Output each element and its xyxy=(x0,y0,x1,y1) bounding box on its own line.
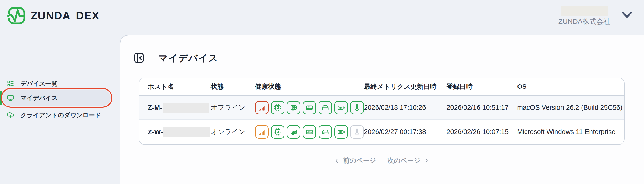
header-divider xyxy=(150,53,151,63)
zunda-dex-logo-icon xyxy=(8,7,26,25)
pagination: 前のページ 次のページ xyxy=(139,154,625,167)
host-cell: Z-M- xyxy=(148,102,211,113)
os-cell: macOS Version 26.2 (Build 25C56) xyxy=(517,104,625,111)
battery-health-icon xyxy=(334,101,348,114)
collapse-sidebar-icon[interactable] xyxy=(133,52,144,64)
brand: ZUNDA DEX xyxy=(8,7,100,25)
table-header-row: ホスト名 状態 健康状態 最終メトリクス更新日時 登録日時 OS xyxy=(139,78,624,96)
redacted-username xyxy=(560,6,608,16)
sidebar-item-client-download[interactable]: クライアントのダウンロード xyxy=(0,109,120,122)
gpu-health-icon xyxy=(287,125,300,139)
health-cell xyxy=(255,125,364,139)
sidebar-item-label: クライアントのダウンロード xyxy=(20,111,101,119)
cpu-health-icon xyxy=(271,125,284,139)
last-metrics-cell: 2026/02/27 00:17:38 xyxy=(364,128,446,136)
sidebar-item-my-devices[interactable]: マイデバイス xyxy=(0,91,120,104)
redacted-hostname xyxy=(164,127,210,137)
cloud-download-icon xyxy=(7,112,14,119)
prev-page-label: 前のページ xyxy=(343,156,376,165)
disk-health-icon xyxy=(318,101,332,114)
registered-cell: 2026/02/26 10:07:15 xyxy=(446,128,517,136)
device-list-icon xyxy=(7,80,14,87)
thermometer-health-icon xyxy=(350,101,364,114)
org-name: ZUNDA株式会社 xyxy=(558,17,610,26)
chevron-right-icon xyxy=(424,158,429,163)
col-header-status: 状態 xyxy=(211,82,255,91)
next-page-label: 次のページ xyxy=(387,156,420,165)
page-title: マイデバイス xyxy=(158,52,218,64)
app-window: ZUNDA DEX ZUNDA株式会社 デバイス一覧 xyxy=(0,0,644,184)
host-prefix: Z-W- xyxy=(148,128,163,136)
battery-health-icon xyxy=(334,125,348,139)
device-table: ホスト名 状態 健康状態 最終メトリクス更新日時 登録日時 OS Z-M- オフ… xyxy=(139,78,625,145)
top-bar: ZUNDA DEX ZUNDA株式会社 xyxy=(0,0,644,35)
chevron-down-icon[interactable] xyxy=(621,11,633,19)
account-menu[interactable]: ZUNDA株式会社 xyxy=(558,6,633,26)
redacted-hostname xyxy=(163,102,210,113)
last-metrics-cell: 2026/02/18 17:10:26 xyxy=(364,104,446,111)
thermometer-health-icon xyxy=(350,125,364,139)
gpu-health-icon xyxy=(287,101,300,114)
signal-health-icon xyxy=(255,101,268,114)
col-header-health: 健康状態 xyxy=(255,82,364,91)
registered-cell: 2026/02/16 10:51:17 xyxy=(446,104,517,111)
chevron-left-icon xyxy=(334,158,340,163)
memory-health-icon xyxy=(303,125,316,139)
os-cell: Microsoft Windows 11 Enterprise xyxy=(517,128,624,136)
sidebar: デバイス一覧 マイデバイス クライアントのダウンロード xyxy=(0,35,120,184)
cpu-health-icon xyxy=(271,101,284,114)
col-header-last-metrics: 最終メトリクス更新日時 xyxy=(364,82,446,91)
health-cell xyxy=(255,101,364,114)
account-texts: ZUNDA株式会社 xyxy=(558,6,610,26)
table-row[interactable]: Z-W- オンライン 2026/02/27 00:17:38 2026/02/2… xyxy=(139,120,624,144)
disk-health-icon xyxy=(318,125,332,139)
host-cell: Z-W- xyxy=(148,127,211,137)
status-cell: オンライン xyxy=(211,127,255,137)
table-row[interactable]: Z-M- オフライン 2026/02/18 17:10:26 2026/02/1… xyxy=(139,96,624,120)
sidebar-item-device-list[interactable]: デバイス一覧 xyxy=(0,77,120,90)
col-header-registered: 登録日時 xyxy=(446,82,517,91)
monitor-icon xyxy=(7,94,14,101)
status-cell: オフライン xyxy=(211,103,255,112)
sidebar-item-label: デバイス一覧 xyxy=(20,80,57,88)
col-header-os: OS xyxy=(517,83,624,90)
signal-health-icon xyxy=(255,125,268,139)
next-page-button[interactable]: 次のページ xyxy=(387,156,429,165)
prev-page-button[interactable]: 前のページ xyxy=(334,156,376,165)
sidebar-item-label: マイデバイス xyxy=(20,94,58,102)
memory-health-icon xyxy=(303,101,316,114)
col-header-host: ホスト名 xyxy=(148,82,211,91)
page-header: マイデバイス xyxy=(133,52,218,64)
brand-name: ZUNDA DEX xyxy=(31,9,100,22)
host-prefix: Z-M- xyxy=(148,104,162,112)
